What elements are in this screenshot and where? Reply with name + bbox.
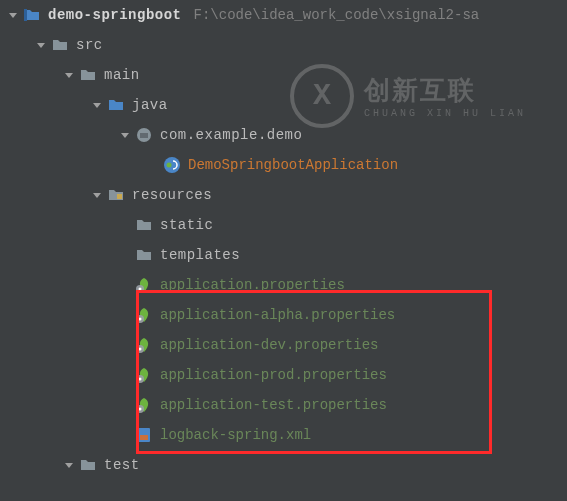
xml-file-icon <box>134 425 154 445</box>
node-label: application-test.properties <box>160 397 387 413</box>
project-name: demo-springboot <box>48 7 182 23</box>
spring-config-icon <box>134 305 154 325</box>
folder-icon <box>78 455 98 475</box>
spring-config-icon <box>134 335 154 355</box>
node-label: templates <box>160 247 240 263</box>
project-tree[interactable]: demo-springboot F:\code\idea_work_code\x… <box>0 0 567 480</box>
resources-folder-icon <box>106 185 126 205</box>
node-label: application-prod.properties <box>160 367 387 383</box>
node-label: test <box>104 457 140 473</box>
spring-config-icon <box>134 275 154 295</box>
node-label: static <box>160 217 213 233</box>
tree-node-templates[interactable]: templates <box>0 240 567 270</box>
spring-boot-class-icon <box>162 155 182 175</box>
folder-icon <box>50 35 70 55</box>
chevron-down-icon[interactable] <box>60 456 78 474</box>
tree-node-properties-file[interactable]: application-alpha.properties <box>0 300 567 330</box>
package-icon <box>134 125 154 145</box>
node-label: resources <box>132 187 212 203</box>
module-folder-icon <box>22 5 42 25</box>
tree-node-properties-file[interactable]: application.properties <box>0 270 567 300</box>
tree-node-app-class[interactable]: DemoSpringbootApplication <box>0 150 567 180</box>
node-label: DemoSpringbootApplication <box>188 157 398 173</box>
tree-node-properties-file[interactable]: application-test.properties <box>0 390 567 420</box>
folder-icon <box>78 65 98 85</box>
folder-icon <box>134 245 154 265</box>
source-folder-icon <box>106 95 126 115</box>
node-label: src <box>76 37 103 53</box>
tree-node-properties-file[interactable]: application-dev.properties <box>0 330 567 360</box>
spring-config-icon <box>134 365 154 385</box>
node-label: logback-spring.xml <box>160 427 311 443</box>
tree-node-logback[interactable]: logback-spring.xml <box>0 420 567 450</box>
spring-config-icon <box>134 395 154 415</box>
node-label: com.example.demo <box>160 127 302 143</box>
tree-node-src[interactable]: src <box>0 30 567 60</box>
chevron-down-icon[interactable] <box>116 126 134 144</box>
tree-node-package[interactable]: com.example.demo <box>0 120 567 150</box>
folder-icon <box>134 215 154 235</box>
chevron-down-icon[interactable] <box>88 186 106 204</box>
node-label: main <box>104 67 140 83</box>
tree-node-project-root[interactable]: demo-springboot F:\code\idea_work_code\x… <box>0 0 567 30</box>
chevron-down-icon[interactable] <box>4 6 22 24</box>
tree-node-test[interactable]: test <box>0 450 567 480</box>
project-path: F:\code\idea_work_code\xsignal2-sa <box>194 7 480 23</box>
tree-node-properties-file[interactable]: application-prod.properties <box>0 360 567 390</box>
node-label: java <box>132 97 168 113</box>
tree-node-main[interactable]: main <box>0 60 567 90</box>
chevron-down-icon[interactable] <box>32 36 50 54</box>
tree-node-resources[interactable]: resources <box>0 180 567 210</box>
tree-node-static[interactable]: static <box>0 210 567 240</box>
node-label: application-alpha.properties <box>160 307 395 323</box>
node-label: application.properties <box>160 277 345 293</box>
tree-node-java[interactable]: java <box>0 90 567 120</box>
chevron-down-icon[interactable] <box>60 66 78 84</box>
node-label: application-dev.properties <box>160 337 378 353</box>
chevron-down-icon[interactable] <box>88 96 106 114</box>
